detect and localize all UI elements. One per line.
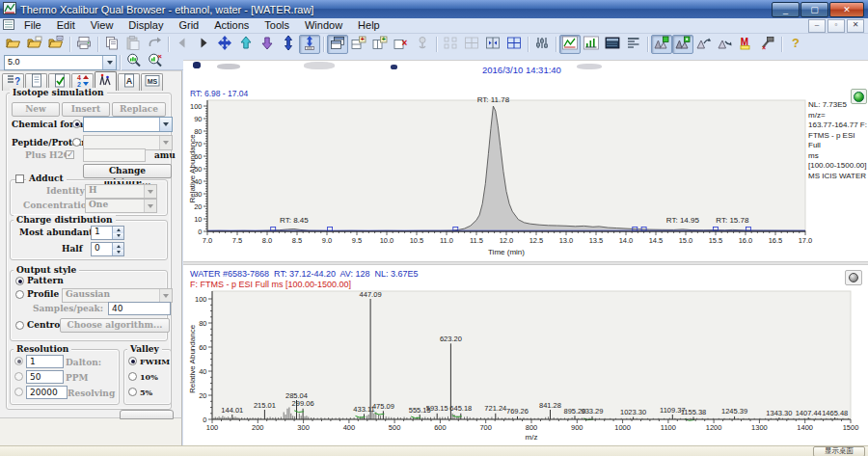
autoscale-y-button[interactable] — [278, 35, 299, 54]
anchor-cell-button[interactable] — [412, 35, 433, 54]
concentration-combobox[interactable]: One — [85, 199, 157, 213]
adduct-checkbox[interactable] — [15, 174, 24, 183]
combo-dropdown-button[interactable] — [102, 56, 116, 69]
half-stepper[interactable]: 0 — [91, 242, 124, 256]
valley-10-radio[interactable] — [128, 372, 137, 381]
forward-button[interactable] — [193, 35, 214, 54]
previous-peak-button[interactable] — [715, 35, 736, 54]
centroid-radio[interactable] — [15, 321, 24, 330]
child-close-button[interactable]: ✕ — [847, 19, 864, 33]
menu-actions[interactable]: Actions — [206, 18, 257, 33]
child-minimize-button[interactable]: – — [808, 19, 826, 33]
spectrum-chart[interactable]: 144.01215.01285.04299.06433.11447.09475.… — [187, 285, 868, 449]
resolution-dalton-radio[interactable] — [14, 357, 23, 365]
resolution-ppm-field[interactable]: 50 — [26, 370, 64, 384]
stepper-down-icon[interactable] — [113, 250, 123, 256]
menu-tools[interactable]: Tools — [257, 18, 297, 33]
menu-window[interactable]: Window — [297, 18, 350, 33]
open-sequence-file-button[interactable] — [45, 35, 67, 54]
chemical-formula-radio[interactable] — [72, 120, 81, 128]
valley-fwhm-radio[interactable] — [128, 357, 137, 365]
zoom-level-combobox[interactable]: 5.0 — [4, 55, 117, 70]
title-bar[interactable]: Thermo Xcalibur Qual Browser - ethanol, … — [0, 0, 868, 18]
unzoom-peaks-button[interactable]: × — [145, 53, 166, 72]
menu-display[interactable]: Display — [121, 18, 171, 33]
plus-h2o-checkbox[interactable] — [66, 150, 74, 159]
choose-algorithm-button[interactable]: Choose algorithm... — [60, 318, 170, 333]
profile-combobox[interactable]: Gaussian — [62, 288, 173, 303]
map-view-button[interactable] — [602, 35, 623, 54]
equalize-cells-button[interactable] — [461, 35, 482, 54]
insert-button[interactable]: Insert — [62, 102, 110, 117]
resolution-dalton-field[interactable]: 1 — [26, 355, 64, 368]
maximize-cell-button[interactable] — [440, 35, 461, 54]
help-button[interactable]: ? — [785, 35, 806, 54]
tab-ms[interactable]: MS — [141, 73, 163, 91]
resolution-resolving-radio[interactable] — [14, 388, 23, 396]
reset-scale-button[interactable] — [214, 35, 235, 54]
peptide-protein-radio[interactable] — [72, 138, 81, 147]
chromatogram-chart[interactable]: RT: 6.98 - 17.047.07.58.08.59.09.510.010… — [187, 83, 868, 265]
cascade-windows-button[interactable] — [327, 35, 348, 54]
split-cell-button[interactable] — [482, 35, 503, 54]
folder-document-icon — [27, 36, 42, 54]
open-result-file-button[interactable] — [24, 35, 45, 54]
report-view-button[interactable] — [623, 35, 644, 54]
mass-list-button[interactable]: M — [736, 35, 757, 54]
pin-chromatogram-button[interactable] — [651, 35, 672, 54]
paste-button[interactable] — [122, 35, 144, 54]
insert-cell-left-button[interactable]: + — [348, 35, 369, 54]
menu-edit[interactable]: Edit — [49, 18, 83, 33]
copy-button[interactable] — [101, 35, 122, 54]
resolution-resolving-field[interactable]: 20000 — [26, 386, 68, 399]
app-icon — [3, 2, 16, 16]
grid-layout-button[interactable] — [503, 35, 525, 54]
insert-cell-right-button[interactable]: + — [369, 35, 391, 54]
next-peak-button[interactable] — [693, 35, 715, 54]
menu-view[interactable]: View — [83, 18, 122, 33]
samples-field[interactable]: 40 — [108, 302, 171, 315]
valley-5-radio[interactable] — [128, 388, 137, 396]
restore-button[interactable]: ▢ — [800, 2, 828, 17]
menu-file[interactable]: File — [16, 18, 49, 33]
inactive-pin-icon[interactable] — [845, 270, 862, 285]
scale-up-button[interactable] — [235, 35, 257, 54]
toolbar-separator — [781, 37, 782, 52]
replace-button[interactable]: Replace — [112, 102, 166, 117]
partial-button[interactable] — [120, 410, 174, 419]
delete-cell-button[interactable]: × — [391, 35, 412, 54]
menu-grid[interactable]: Grid — [171, 18, 206, 33]
open-raw-file-button[interactable] — [3, 35, 24, 54]
spectrum-plot[interactable]: 144.01215.01285.04299.06433.11447.09475.… — [187, 285, 868, 445]
stepper-down-icon[interactable] — [113, 233, 123, 240]
display-options-button[interactable] — [531, 35, 553, 54]
spectrum-view-button[interactable] — [581, 35, 602, 54]
plus-h2o-label: Plus H2O — [25, 150, 71, 160]
minimize-button[interactable]: _ — [772, 2, 800, 17]
chromatogram-plot[interactable]: RT: 6.98 - 17.047.07.58.08.59.09.510.010… — [187, 83, 868, 261]
close-button[interactable]: ✕ — [829, 2, 864, 17]
child-restore-button[interactable]: ▫ — [827, 19, 845, 33]
print-button[interactable] — [73, 35, 95, 54]
chromatogram-view-button[interactable] — [559, 35, 581, 54]
chemical-formula-combobox[interactable] — [83, 117, 173, 132]
tools-button[interactable]: × — [757, 35, 778, 54]
scale-down-button[interactable] — [257, 35, 278, 54]
plus-h2o-field[interactable] — [83, 148, 146, 162]
most-abundant-stepper[interactable]: 1 — [91, 226, 124, 240]
grid-plus-right-icon: + — [372, 36, 388, 54]
pin-spectrum-button[interactable] — [672, 35, 693, 54]
normalize-raw-button[interactable] — [299, 35, 320, 54]
tab-annotation[interactable]: A — [118, 73, 140, 91]
new-button[interactable]: New — [12, 102, 60, 117]
back-button[interactable] — [172, 35, 193, 54]
undo-button[interactable] — [144, 35, 165, 54]
resolution-ppm-radio[interactable] — [14, 372, 23, 381]
svg-text:1400: 1400 — [797, 423, 813, 432]
pattern-radio[interactable] — [15, 277, 24, 285]
identity-combobox[interactable]: H — [85, 184, 157, 199]
profile-radio[interactable] — [15, 290, 24, 299]
zoom-peaks-button[interactable] — [123, 53, 145, 72]
change-mixture-button[interactable]: Change mixture... — [83, 164, 172, 178]
menu-help[interactable]: Help — [350, 18, 388, 33]
